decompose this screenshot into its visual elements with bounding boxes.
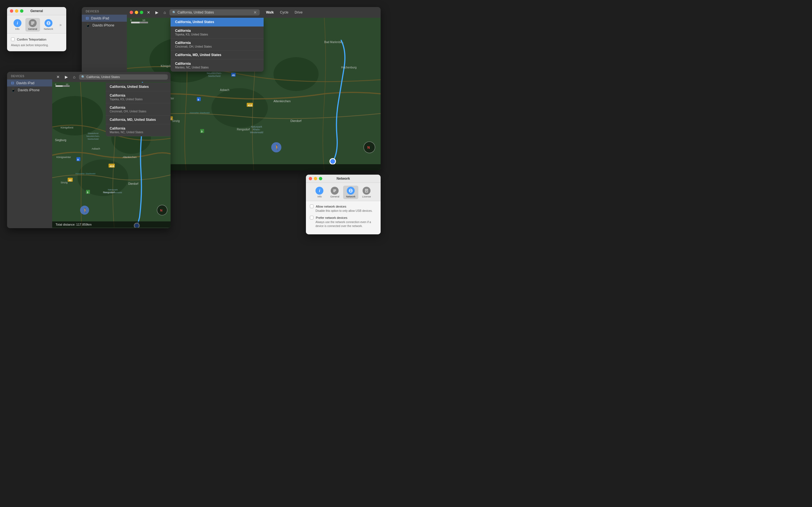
dropdown-main-large-3: California, MD, United States	[175, 53, 259, 57]
direction-icon-small[interactable]: ▶	[63, 74, 69, 80]
dropdown-sub-large-2: Cincinnati, OH, United States	[175, 45, 259, 48]
toolbar-item-network[interactable]: Network	[41, 18, 56, 32]
dropdown-main-small-1: California	[110, 94, 170, 98]
svg-text:Asbach: Asbach	[92, 147, 100, 150]
svg-rect-2	[31, 24, 33, 24]
dropdown-main-large-4: California	[175, 62, 259, 66]
search-bar-small[interactable]: 🔍 California, United States	[79, 74, 168, 80]
network-option-1: Prefer network devices Always use the ne…	[310, 216, 377, 228]
dropdown-item-large-3[interactable]: California, MD, United States	[170, 51, 264, 59]
svg-text:Altenkirchen: Altenkirchen	[273, 100, 291, 103]
device-iphone-name-small: Davids iPhone	[18, 88, 40, 92]
dropdown-item-small-0[interactable]: California, United States	[106, 82, 170, 91]
dropdown-item-large-4[interactable]: California Manteo, NC, United States	[170, 59, 264, 71]
general-content: Confirm Teleportation Always ask before …	[7, 34, 66, 51]
dropdown-main-large-2: California	[175, 41, 259, 45]
svg-text:Bad Marlenbe...: Bad Marlenbe...	[324, 41, 344, 44]
confirm-label: Confirm Teleportation	[17, 38, 46, 41]
mode-walk[interactable]: Walk	[265, 10, 275, 15]
network-title: Network	[337, 177, 350, 180]
toolbar-item-info[interactable]: i Info	[11, 18, 24, 32]
svg-text:Honnefer Stadtwald: Honnefer Stadtwald	[190, 112, 209, 114]
mode-cycle[interactable]: Cycle	[279, 10, 290, 15]
more-button[interactable]: »	[58, 21, 63, 28]
general-titlebar: General	[7, 7, 66, 15]
dropdown-sub-small-2: Cincinnati, OH, United States	[110, 110, 170, 113]
devices-label-small: Devices	[7, 75, 52, 79]
svg-text:Siegburg: Siegburg	[55, 138, 66, 142]
toolbar-network-label: Network	[44, 27, 53, 31]
svg-text:Rhein-Westerwald: Rhein-Westerwald	[103, 191, 122, 194]
toolbar-item-general[interactable]: General	[26, 18, 40, 32]
svg-text:Asbach: Asbach	[220, 89, 229, 92]
device-iphone-large[interactable]: 📱 Davids iPhone	[82, 22, 127, 29]
confirm-checkbox[interactable]	[11, 38, 15, 41]
toolbar-general-label: General	[28, 27, 37, 31]
close-nav-small[interactable]: ✕	[55, 74, 61, 80]
toolbar-network-general[interactable]: General	[327, 186, 342, 199]
info-icon-network: i	[315, 187, 323, 194]
device-ipad-small[interactable]: ⊟ Davids iPad	[7, 79, 52, 87]
dropdown-sub-small-4: Manteo, NC, United States	[110, 131, 170, 134]
device-ipad-large[interactable]: ⊟ Davids iPad	[82, 15, 127, 22]
svg-text:Naturpark: Naturpark	[108, 188, 118, 191]
search-dropdown-small: California, United States California Top…	[106, 82, 170, 136]
svg-text:9: 9	[77, 158, 79, 161]
svg-text:10: 10	[66, 83, 68, 86]
maximize-network[interactable]	[319, 177, 322, 180]
svg-text:Naturpark: Naturpark	[251, 125, 262, 128]
dropdown-item-small-1[interactable]: California Topeka, KS, United States	[106, 91, 170, 103]
general-window: General i Info General Network » Confirm…	[7, 7, 66, 51]
device-ipad-name-large: Davids iPad	[91, 16, 109, 20]
close-button[interactable]	[10, 9, 13, 13]
general-icon	[29, 19, 37, 27]
toolbar-network-license[interactable]: License	[359, 186, 374, 199]
svg-rect-88	[365, 189, 368, 192]
maximize-button[interactable]	[20, 9, 23, 13]
network-icon-network	[347, 187, 355, 194]
device-iphone-small[interactable]: 📱 Davids iPhone	[7, 87, 52, 94]
svg-text:Neunkirchen-: Neunkirchen-	[207, 72, 222, 75]
devices-panel-small: Devices ⊟ Davids iPad 📱 Davids iPhone	[7, 72, 52, 228]
minimize-network[interactable]	[314, 177, 317, 180]
direction-icon-large[interactable]: ▶	[154, 10, 160, 15]
dropdown-item-small-3[interactable]: California, MD, United States	[106, 115, 170, 124]
maximize-large[interactable]	[140, 11, 143, 14]
search-icon-large: 🔍	[172, 11, 176, 14]
home-icon-large[interactable]: ⌂	[162, 10, 167, 15]
svg-text:10: 10	[142, 19, 145, 22]
close-large[interactable]	[130, 11, 133, 14]
minimize-button[interactable]	[15, 9, 18, 13]
prefer-network-checkbox[interactable]	[310, 216, 313, 219]
dropdown-item-small-2[interactable]: California Cincinnati, OH, United States	[106, 103, 170, 115]
svg-text:Sinzig: Sinzig	[61, 181, 68, 184]
svg-text:Honnefer Stadtwald: Honnefer Stadtwald	[75, 172, 95, 175]
dropdown-item-large-0[interactable]: California, United States	[170, 18, 264, 26]
home-icon-small[interactable]: ⌂	[71, 74, 77, 80]
toolbar-network-info-label: Info	[317, 195, 322, 198]
dropdown-main-large-1: California	[175, 29, 259, 33]
general-toolbar: i Info General Network »	[7, 15, 66, 34]
mode-buttons: Walk Cycle Drive	[265, 10, 304, 15]
clear-search-large[interactable]: ✕	[253, 10, 257, 15]
close-network[interactable]	[309, 177, 312, 180]
toolbar-network-general-label: General	[330, 195, 339, 198]
prefer-network-row: Prefer network devices	[310, 216, 377, 219]
dropdown-item-large-2[interactable]: California Cincinnati, OH, United States	[170, 39, 264, 51]
dropdown-item-large-1[interactable]: California Topeka, KS, United States	[170, 26, 264, 39]
minimize-large[interactable]	[135, 11, 138, 14]
toolbar-network-network[interactable]: Network	[343, 186, 358, 199]
toolbar-network-info[interactable]: i Info	[313, 186, 326, 199]
search-bar-large[interactable]: 🔍 California, United States ✕	[169, 9, 260, 15]
mode-drive[interactable]: Drive	[294, 10, 304, 15]
search-icon-small: 🔍	[81, 75, 85, 79]
dropdown-item-small-4[interactable]: California Manteo, NC, United States	[106, 124, 170, 136]
close-nav-large[interactable]: ✕	[146, 10, 152, 15]
svg-text:Westerwald: Westerwald	[250, 131, 263, 134]
network-icon	[45, 19, 52, 27]
svg-text:N: N	[160, 209, 162, 212]
allow-network-checkbox[interactable]	[310, 205, 313, 208]
license-icon	[363, 187, 370, 194]
svg-rect-0	[31, 22, 35, 22]
devices-label-large: Devices	[82, 10, 127, 15]
